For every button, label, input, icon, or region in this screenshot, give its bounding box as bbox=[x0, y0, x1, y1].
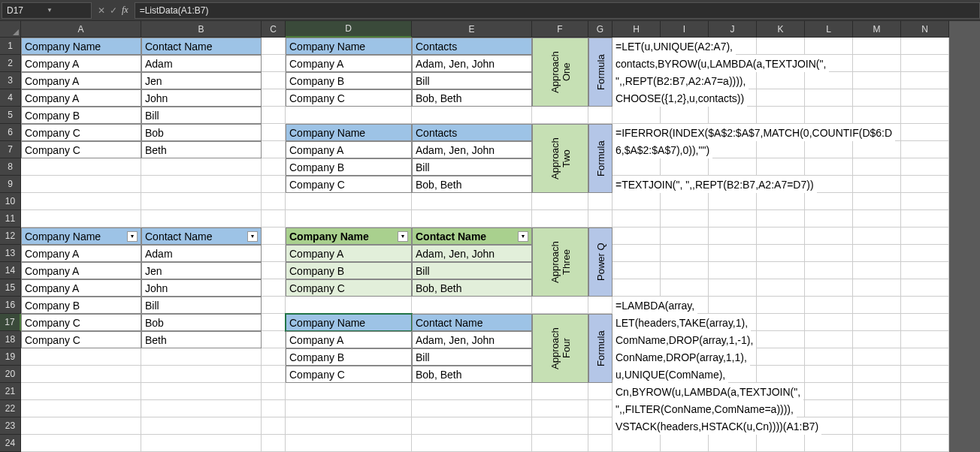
row-header-12[interactable]: 12 bbox=[0, 228, 21, 245]
vertical-label[interactable]: Formula bbox=[588, 314, 612, 383]
cell-J10[interactable] bbox=[709, 193, 757, 210]
cell-C11[interactable] bbox=[262, 210, 286, 228]
cell-A13[interactable]: Company A bbox=[21, 245, 141, 262]
formula-text[interactable]: 6,$A$2:$A$7),0)),"") bbox=[612, 141, 712, 158]
cell-N2[interactable] bbox=[901, 55, 949, 72]
cell-N4[interactable] bbox=[901, 89, 949, 107]
cell-M23[interactable] bbox=[853, 417, 901, 435]
cell-K4[interactable] bbox=[757, 89, 805, 107]
chevron-down-icon[interactable]: ▼ bbox=[47, 7, 86, 14]
cell-M14[interactable] bbox=[853, 262, 901, 279]
cell-E19[interactable]: Bill bbox=[412, 348, 532, 366]
cell-L21[interactable] bbox=[805, 383, 853, 400]
cell-L7[interactable] bbox=[805, 141, 853, 158]
row-header-1[interactable]: 1 bbox=[0, 38, 21, 55]
cell-L4[interactable] bbox=[805, 89, 853, 107]
cell-L16[interactable] bbox=[805, 297, 853, 314]
row-header-6[interactable]: 6 bbox=[0, 124, 21, 141]
cell-C19[interactable] bbox=[262, 348, 286, 366]
cell-B10[interactable] bbox=[141, 193, 262, 210]
filter-icon[interactable]: ▼ bbox=[518, 231, 528, 242]
formula-text[interactable]: ComName,DROP(array,1,-1), bbox=[612, 331, 756, 348]
cell-D8[interactable]: Company B bbox=[286, 158, 412, 176]
cell-J16[interactable] bbox=[709, 297, 757, 314]
cell-I8[interactable] bbox=[661, 158, 709, 176]
cell-A21[interactable] bbox=[21, 383, 141, 400]
cell-H8[interactable] bbox=[612, 158, 661, 176]
cell-M18[interactable] bbox=[853, 331, 901, 348]
cell-M17[interactable] bbox=[853, 314, 901, 331]
filter-icon[interactable]: ▼ bbox=[127, 231, 138, 242]
cell-F11[interactable] bbox=[532, 210, 588, 228]
formula-text[interactable]: ",,REPT(B2:B7,A2:A7=a)))), bbox=[612, 72, 749, 89]
formula-text[interactable]: ",,FILTER(ConName,ComName=a)))), bbox=[612, 400, 797, 417]
cell-C20[interactable] bbox=[262, 366, 286, 383]
cell-I5[interactable] bbox=[661, 107, 709, 124]
cell-J15[interactable] bbox=[709, 279, 757, 297]
vertical-label[interactable]: Formula bbox=[588, 38, 612, 107]
cell-E1[interactable]: Contacts bbox=[412, 38, 532, 55]
col-header-H[interactable]: H bbox=[612, 21, 661, 38]
cell-M7[interactable] bbox=[853, 141, 901, 158]
cell-G16[interactable] bbox=[588, 297, 612, 314]
cell-E21[interactable] bbox=[412, 383, 532, 400]
cell-E11[interactable] bbox=[412, 210, 532, 228]
col-header-M[interactable]: M bbox=[853, 21, 901, 38]
cell-N10[interactable] bbox=[901, 193, 949, 210]
cell-B12[interactable]: Contact Name▼ bbox=[141, 228, 262, 245]
cell-D20[interactable]: Company C bbox=[286, 366, 412, 383]
cell-E12[interactable]: Contact Name▼ bbox=[412, 228, 532, 245]
cell-B19[interactable] bbox=[141, 348, 262, 366]
cell-H11[interactable] bbox=[612, 210, 661, 228]
cell-H24[interactable] bbox=[612, 435, 661, 452]
col-header-E[interactable]: E bbox=[412, 21, 532, 38]
cell-C22[interactable] bbox=[262, 400, 286, 417]
cell-E20[interactable]: Bob, Beth bbox=[412, 366, 532, 383]
cell-H14[interactable] bbox=[612, 262, 661, 279]
vertical-label[interactable]: Approach Two bbox=[532, 124, 588, 193]
cell-D18[interactable]: Company A bbox=[286, 331, 412, 348]
cell-C21[interactable] bbox=[262, 383, 286, 400]
cell-D14[interactable]: Company B bbox=[286, 262, 412, 279]
row-header-14[interactable]: 14 bbox=[0, 262, 21, 279]
cell-C15[interactable] bbox=[262, 279, 286, 297]
cell-M13[interactable] bbox=[853, 245, 901, 262]
cell-N24[interactable] bbox=[901, 435, 949, 452]
check-icon[interactable]: ✓ bbox=[110, 5, 117, 16]
cell-N11[interactable] bbox=[901, 210, 949, 228]
cell-I13[interactable] bbox=[661, 245, 709, 262]
cell-L15[interactable] bbox=[805, 279, 853, 297]
cell-K8[interactable] bbox=[757, 158, 805, 176]
cell-M4[interactable] bbox=[853, 89, 901, 107]
cell-D4[interactable]: Company C bbox=[286, 89, 412, 107]
cell-B4[interactable]: John bbox=[141, 89, 262, 107]
cell-M10[interactable] bbox=[853, 193, 901, 210]
cell-A9[interactable] bbox=[21, 176, 141, 193]
name-box[interactable]: D17 ▼ bbox=[2, 2, 92, 19]
cell-B13[interactable]: Adam bbox=[141, 245, 262, 262]
cell-M1[interactable] bbox=[853, 38, 901, 55]
cell-N23[interactable] bbox=[901, 417, 949, 435]
cell-M19[interactable] bbox=[853, 348, 901, 366]
cell-B7[interactable]: Beth bbox=[141, 141, 262, 158]
cell-B8[interactable] bbox=[141, 158, 262, 176]
row-header-22[interactable]: 22 bbox=[0, 400, 21, 417]
cell-A1[interactable]: Company Name bbox=[21, 38, 141, 55]
cell-B23[interactable] bbox=[141, 417, 262, 435]
row-header-17[interactable]: 17 bbox=[0, 314, 21, 331]
cell-C6[interactable] bbox=[262, 124, 286, 141]
cell-A14[interactable]: Company A bbox=[21, 262, 141, 279]
col-header-D[interactable]: D bbox=[286, 21, 412, 38]
cell-E6[interactable]: Contacts bbox=[412, 124, 532, 141]
cell-E23[interactable] bbox=[412, 417, 532, 435]
cell-C8[interactable] bbox=[262, 158, 286, 176]
cell-A7[interactable]: Company C bbox=[21, 141, 141, 158]
cell-A24[interactable] bbox=[21, 435, 141, 452]
cell-D24[interactable] bbox=[286, 435, 412, 452]
cell-A15[interactable]: Company A bbox=[21, 279, 141, 297]
formula-text[interactable]: =LAMBDA(array, bbox=[612, 297, 697, 314]
cell-K5[interactable] bbox=[757, 107, 805, 124]
cell-M12[interactable] bbox=[853, 228, 901, 245]
formula-text[interactable]: ConName,DROP(array,1,1), bbox=[612, 348, 750, 366]
cell-A8[interactable] bbox=[21, 158, 141, 176]
